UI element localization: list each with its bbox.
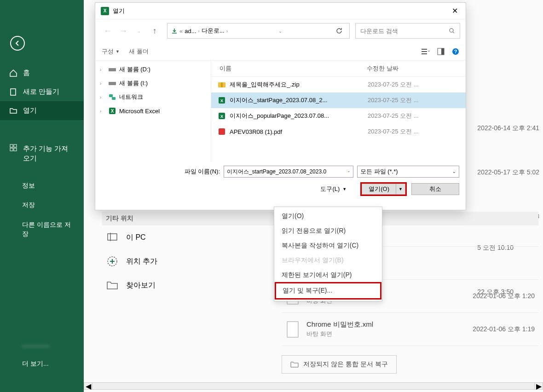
file-name: 이지어스_popularPage_2023.07.08... [230, 112, 364, 120]
tree-label: 새 볼륨 (D:) [119, 65, 150, 74]
help-button[interactable]: ? [452, 48, 459, 55]
sidebar-item-label: 새로 만들기 [23, 87, 59, 96]
nav-forward-button[interactable]: → [116, 24, 130, 38]
back-arrow-icon [14, 40, 21, 46]
search-input[interactable] [360, 28, 443, 35]
sidebar-item-new[interactable]: 새로 만들기 [0, 82, 84, 101]
file-name: 이지어스_startPage_2023.07.08_2... [230, 96, 364, 104]
dialog-close-button[interactable]: ✕ [449, 6, 460, 17]
nav-up-button[interactable]: ↑ [148, 24, 162, 38]
address-bar[interactable]: « ad... › 다운로... › ⌄ [167, 23, 350, 39]
filename-input[interactable] [224, 166, 353, 178]
chevron-down-icon: ▼ [116, 49, 120, 54]
file-row[interactable]: 제목을_입력해주세요_.zip 2023-07-25 오전 ... [211, 77, 466, 92]
open-dropdown-button[interactable]: ▼ [396, 184, 405, 195]
svg-rect-36 [221, 82, 223, 87]
tree-item[interactable]: › 네트워크 [95, 90, 211, 104]
xls-file-icon: X [218, 96, 226, 104]
drive-icon [108, 66, 116, 73]
chevron-down-icon[interactable]: ⌄ [278, 29, 282, 34]
recover-unsaved-button[interactable]: 저장되지 않은 통합 문서 복구 [282, 355, 397, 374]
sidebar: 홈 새로 만들기 열기 추가 기능 가져오기 정보 저장 다른 이름으로 저장 … [0, 0, 84, 392]
new-folder-button[interactable]: 새 폴더 [129, 47, 149, 56]
folder-icon [290, 361, 299, 368]
search-box[interactable] [355, 23, 460, 39]
dropdown-item-open[interactable]: 열기(O) [275, 209, 381, 224]
dialog-toolbar: 구성 ▼ 새 폴더 ? [95, 42, 466, 61]
place-label: 찾아보기 [126, 281, 156, 290]
nav-back-button[interactable]: ← [101, 24, 115, 38]
drive-icon [108, 80, 116, 86]
network-icon [108, 93, 116, 101]
dialog-title: 열기 [113, 7, 449, 15]
tree-label: Microsoft Excel [119, 108, 160, 115]
file-row[interactable]: X 이지어스_startPage_2023.07.08_2... 2023-07… [211, 92, 466, 108]
cancel-button[interactable]: 취소 [411, 183, 459, 195]
tools-dropdown[interactable]: 도구(L) ▼ [320, 185, 347, 193]
file-row[interactable]: X 이지어스_popularPage_2023.07.08... 2023-07… [211, 108, 466, 124]
svg-rect-1 [10, 144, 13, 147]
svg-line-21 [453, 32, 454, 33]
scroll-left-button[interactable]: ◀ [84, 383, 92, 389]
sidebar-item-home[interactable]: 홈 [0, 63, 84, 82]
svg-rect-41 [219, 128, 225, 135]
svg-text:X: X [111, 109, 114, 114]
open-button[interactable]: 열기(O) [362, 184, 396, 195]
svg-rect-31 [109, 94, 113, 97]
preview-pane-button[interactable] [437, 48, 445, 55]
scroll-right-button[interactable]: ▶ [534, 383, 543, 389]
horizontal-scrollbar[interactable]: ◀ ▶ [84, 382, 543, 390]
svg-rect-19 [287, 322, 298, 337]
svg-rect-0 [11, 89, 16, 95]
search-icon[interactable] [449, 28, 455, 34]
back-button[interactable] [10, 36, 25, 51]
file-list-header: 이름 수정한 날짜 [211, 61, 466, 77]
column-date[interactable]: 수정한 날짜 [367, 64, 457, 73]
sidebar-item-save[interactable]: 저장 [0, 196, 84, 215]
dropdown-item-readonly[interactable]: 읽기 전용으로 열기(R) [275, 224, 381, 238]
browse-folder-icon [106, 279, 119, 292]
view-mode-button[interactable] [421, 48, 430, 55]
tree-expand-icon[interactable]: › [100, 67, 105, 72]
pinned-location: 바탕 화면 [306, 330, 466, 338]
date-text: 2022-05-17 오후 5:02 [477, 168, 539, 177]
tree-expand-icon[interactable]: › [100, 81, 105, 86]
sidebar-item-open[interactable]: 열기 [0, 101, 84, 120]
file-date: 2023-07-25 오전 ... [368, 127, 459, 136]
tree-expand-icon[interactable]: › [100, 109, 105, 114]
tree-expand-icon[interactable]: › [100, 95, 105, 100]
svg-text:X: X [220, 98, 223, 103]
file-date: 2023-07-25 오전 ... [368, 96, 459, 104]
tree-item[interactable]: › X Microsoft Excel [95, 104, 211, 118]
dropdown-item-copy[interactable]: 복사본을 작성하여 열기(C) [275, 238, 381, 253]
sidebar-item-label: 홈 [23, 69, 30, 77]
date-text: 2022-06-14 오후 2:41 [477, 124, 539, 133]
dropdown-item-protected-view[interactable]: 제한된 보기에서 열기(P) [275, 268, 381, 282]
organize-button[interactable]: 구성 ▼ [102, 47, 120, 56]
chevron-down-icon: ⌄ [452, 169, 456, 174]
open-split-button: 열기(O) ▼ [360, 182, 407, 196]
organize-label: 구성 [102, 47, 114, 56]
pinned-item[interactable]: Chrome 비밀번호.xml 바탕 화면 2022-01-06 오후 1:19 [282, 313, 538, 346]
nav-recent-button[interactable]: ⌄ [132, 24, 146, 38]
zip-file-icon [218, 81, 226, 88]
new-file-icon [9, 88, 17, 96]
refresh-button[interactable] [333, 24, 346, 37]
file-filter-dropdown[interactable]: 모든 파일 (*.*) ⌄ [357, 166, 459, 178]
dropdown-item-open-repair[interactable]: 열기 및 복구(E)... [275, 282, 381, 300]
tree-item[interactable]: › 새 볼륨 (I:) [95, 76, 211, 90]
sidebar-item-addins[interactable]: 추가 기능 가져오기 [0, 138, 84, 168]
column-name[interactable]: 이름 [220, 64, 367, 73]
excel-app-icon: X [108, 107, 116, 115]
chevron-down-icon[interactable]: ⌄ [347, 168, 351, 173]
sidebar-item-info[interactable]: 정보 [0, 176, 84, 196]
sidebar-item-saveas[interactable]: 다른 이름으로 저장 [0, 215, 84, 244]
dialog-titlebar: X 열기 ✕ [95, 3, 466, 19]
pdf-file-icon [218, 127, 226, 136]
tree-item[interactable]: › 새 볼륨 (D:) [95, 63, 211, 76]
sidebar-item-label: 열기 [23, 106, 37, 115]
sidebar-item-more[interactable]: 더 보기... [0, 354, 84, 374]
pc-icon [106, 231, 119, 244]
chevron-right-icon: › [198, 29, 200, 34]
file-row[interactable]: APEV03R08 (1).pdf 2023-07-25 오전 ... [211, 124, 466, 139]
